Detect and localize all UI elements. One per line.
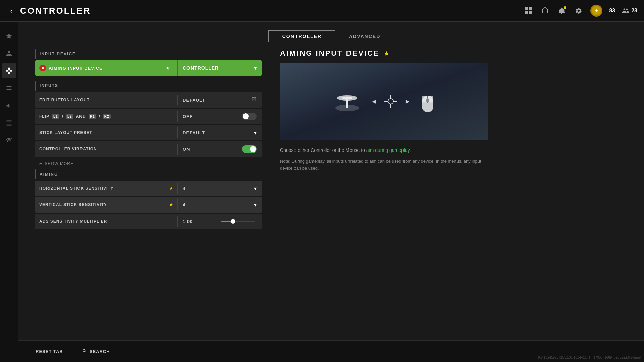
- controller-vibration-text: ON: [183, 147, 238, 152]
- external-link-icon: [251, 97, 257, 103]
- aiming-title: AIMING INPUT DEVICE: [280, 49, 380, 58]
- edit-button-layout-label: EDIT BUTTON LAYOUT: [35, 98, 177, 102]
- toggle-thumb: [243, 113, 249, 119]
- svg-rect-0: [525, 7, 528, 10]
- stick-layout-preset-row[interactable]: STICK LAYOUT PRESET DEFAULT ▾: [35, 125, 262, 140]
- flip-text: FLIP: [39, 114, 49, 119]
- input-device-label: AIMING INPUT DEVICE: [49, 66, 103, 71]
- toggle-thumb: [250, 146, 256, 152]
- sidebar-item-controller[interactable]: [2, 63, 16, 78]
- highlight-text: aim during gameplay.: [366, 147, 411, 153]
- stick-layout-label: STICK LAYOUT PRESET: [35, 130, 177, 135]
- aiming-description: Choose either Controller or the Mouse to…: [280, 146, 488, 154]
- vertical-stick-sensitivity-row[interactable]: VERTICAL STICK SENSITIVITY ★ 4 ▾: [35, 197, 262, 213]
- left-arrow-icon: ◄: [371, 98, 377, 105]
- svg-point-10: [388, 99, 393, 104]
- btn-l2: L2: [66, 114, 73, 119]
- flip-row[interactable]: FLIP L1 / L2 AND R1 / R2 OFF: [35, 109, 262, 124]
- flip-toggle[interactable]: [242, 113, 257, 120]
- horizontal-stick-value: 4 ▾: [178, 185, 262, 192]
- horizontal-stick-star: ★: [169, 186, 173, 191]
- right-panel: AIMING INPUT DEVICE ★: [267, 47, 627, 362]
- settings-icon[interactable]: [574, 6, 584, 16]
- stick-layout-text: DEFAULT: [183, 130, 251, 135]
- edit-button-layout-value: DEFAULT: [178, 97, 262, 103]
- edit-button-layout-text: DEFAULT: [183, 98, 248, 103]
- ads-sensitivity-text: 1.00: [183, 219, 216, 224]
- aiming-star-icon: ★: [384, 49, 390, 57]
- search-button[interactable]: SEARCH: [75, 346, 117, 357]
- horizontal-stick-sensitivity-label: HORIZONTAL STICK SENSITIVITY ★: [35, 186, 177, 191]
- x-icon: ✕: [39, 65, 46, 71]
- svg-rect-2: [525, 11, 528, 14]
- controller-vibration-value: ON: [178, 145, 262, 153]
- header-right: ★ 83 23: [523, 5, 637, 17]
- sidebar: [0, 22, 18, 362]
- vertical-stick-sensitivity-label: VERTICAL STICK SENSITIVITY ★: [35, 202, 177, 207]
- aiming-header: AIMING INPUT DEVICE ★: [280, 49, 627, 58]
- right-arrow-icon: ►: [404, 98, 411, 105]
- controller-vibration-toggle[interactable]: [242, 145, 257, 153]
- show-more-icon: ⌐: [39, 161, 43, 167]
- vertical-stick-text: 4: [183, 202, 251, 207]
- vertical-stick-chevron: ▾: [254, 202, 257, 208]
- ads-sensitivity-value: 1.00: [178, 219, 262, 224]
- stick-layout-chevron: ▾: [254, 130, 257, 136]
- show-more-label: SHOW MORE: [45, 161, 73, 166]
- input-device-chevron: ▾: [254, 65, 257, 71]
- tab-bar: CONTROLLER ADVANCED: [18, 22, 644, 47]
- btn-r2: R2: [103, 114, 111, 119]
- sidebar-item-audio[interactable]: [2, 98, 16, 113]
- mouse-icon: [418, 88, 438, 115]
- ads-sensitivity-row[interactable]: ADS SENSITIVITY MULTIPLIER 1.00: [35, 214, 262, 229]
- input-device-right: CONTROLLER ▾: [178, 65, 262, 71]
- controller-vibration-label: CONTROLLER VIBRATION: [35, 147, 177, 152]
- svg-point-9: [342, 97, 352, 99]
- bell-icon[interactable]: [557, 6, 567, 16]
- search-icon: [82, 349, 87, 354]
- ads-sensitivity-slider[interactable]: [221, 221, 255, 222]
- horizontal-stick-sensitivity-row[interactable]: HORIZONTAL STICK SENSITIVITY ★ 4 ▾: [35, 181, 262, 196]
- input-device-left: ✕ AIMING INPUT DEVICE ★: [35, 65, 177, 71]
- btn-l1: L1: [52, 114, 59, 119]
- svg-text:★: ★: [595, 9, 598, 13]
- headset-icon[interactable]: [540, 6, 550, 16]
- aiming-note: Note: During gameplay, all inputs unrela…: [280, 158, 488, 172]
- friends-section: 23: [622, 7, 637, 14]
- input-device-star-icon: ★: [166, 65, 170, 71]
- grid-icon[interactable]: [523, 6, 533, 16]
- input-device-value: CONTROLLER: [183, 65, 251, 71]
- version-text: 9.8.13241923 [255:101:1614+11] Tm [7000]…: [538, 356, 641, 359]
- reset-tab-button[interactable]: RESET TAB: [29, 346, 70, 357]
- flip-value: OFF: [178, 113, 262, 120]
- show-more-row[interactable]: ⌐ SHOW MORE: [35, 158, 262, 169]
- aiming-input-device-row[interactable]: ✕ AIMING INPUT DEVICE ★ CONTROLLER ▾: [35, 60, 262, 76]
- sidebar-item-profile[interactable]: [2, 46, 16, 61]
- input-device-section-header: INPUT DEVICE: [35, 49, 262, 59]
- left-panel: INPUT DEVICE ✕ AIMING INPUT DEVICE ★ CON…: [35, 47, 267, 362]
- sidebar-item-table[interactable]: [2, 116, 16, 130]
- tab-advanced[interactable]: ADVANCED: [335, 31, 394, 42]
- friends-count: 23: [631, 8, 637, 14]
- joystick-icon: [330, 89, 364, 113]
- tab-controller[interactable]: CONTROLLER: [268, 30, 335, 42]
- avatar[interactable]: ★: [590, 5, 602, 17]
- sidebar-item-signal[interactable]: [2, 133, 16, 148]
- header-bar: ‹ CONTROLLER: [0, 0, 644, 22]
- inputs-section-header: INPUTS: [35, 81, 262, 91]
- aiming-image: ◄ ►: [280, 63, 488, 140]
- slider-thumb: [231, 219, 235, 224]
- horizontal-stick-text: 4: [183, 186, 251, 191]
- sidebar-item-star[interactable]: [2, 28, 16, 43]
- svg-rect-3: [529, 11, 532, 14]
- back-arrow-icon: ‹: [7, 6, 16, 15]
- controller-vibration-row[interactable]: CONTROLLER VIBRATION ON: [35, 141, 262, 157]
- header-title: CONTROLLER: [20, 6, 91, 16]
- and-text: AND: [76, 114, 86, 119]
- edit-button-layout-row[interactable]: EDIT BUTTON LAYOUT DEFAULT: [35, 92, 262, 108]
- content-area: INPUT DEVICE ✕ AIMING INPUT DEVICE ★ CON…: [18, 47, 644, 362]
- main-content: CONTROLLER ADVANCED INPUT DEVICE ✕ AIMIN…: [18, 22, 644, 362]
- back-button[interactable]: ‹ CONTROLLER: [7, 6, 91, 16]
- aiming-icons-row: ◄ ►: [330, 88, 438, 115]
- sidebar-item-lines[interactable]: [2, 81, 16, 96]
